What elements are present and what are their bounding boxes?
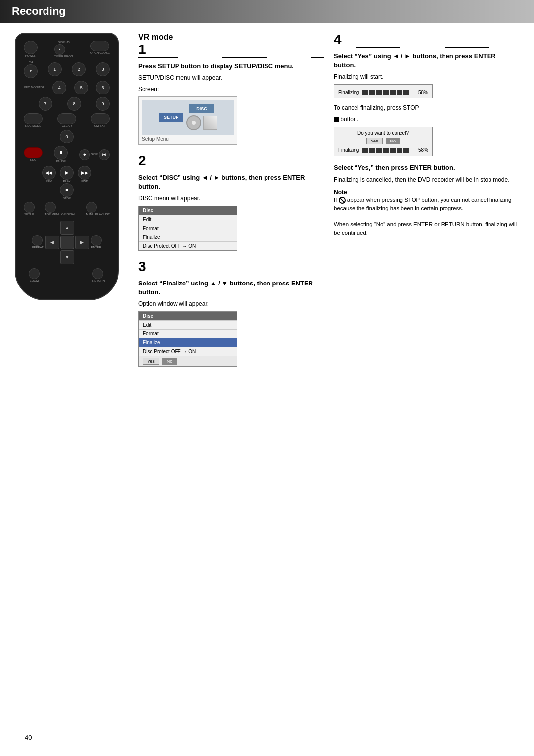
cpb7 [403,148,409,153]
cancel-dialog-text: Do you want to cancel? [338,130,428,136]
zoom-btn[interactable] [29,268,40,279]
btn-9[interactable]: 9 [96,97,110,111]
btn-0[interactable]: 0 [60,130,74,143]
dpad-up[interactable]: ▲ [60,221,74,235]
menu-format: Format [139,224,237,233]
skip-prev-btn[interactable]: ⏮ [79,149,90,160]
menu2-finalize: Finalize [139,338,237,347]
btn-4[interactable]: 4 [52,81,66,94]
cancel-finalizing-label: Finalizing [338,147,359,153]
vr-mode-block: VR mode 1 Press SETUP button to display … [138,33,324,145]
ch-label: CH [24,61,38,64]
enter-btn[interactable] [91,235,102,246]
step1-title: Press SETUP button to display SETUP/DISC… [138,62,324,71]
pb5 [390,90,396,95]
menu-edit: Edit [139,215,237,224]
pb4 [383,90,389,95]
step2-divider [138,169,324,169]
note-line2: When selecting “No” and press ENTER or R… [334,220,519,237]
progress-bar [362,90,415,95]
step2-block: 2 Select “DISC” using ◄ / ► buttons, the… [138,154,324,250]
btn-5[interactable]: 5 [74,81,88,94]
dpad-down[interactable]: ▼ [60,250,74,264]
btn-6[interactable]: 6 [96,81,110,94]
cm-skip-label: CM SKIP [91,124,110,128]
dialog-yes-btn[interactable]: Yes [143,358,159,365]
cancel-btn-text: button. [340,116,358,123]
cm-skip-btn[interactable] [91,113,110,124]
page-header: Recording [0,0,534,23]
remote-section: POWER DISPLAY ▲ TIMER PROG. OPEN/CLOSE C… [15,33,129,376]
step3-title: Select “Finalize” using ▲ / ▼ buttons, t… [138,279,324,297]
setup-menu-btn-mock: SETUP [159,113,183,122]
enter-label: ENTER [91,246,102,249]
open-close-btn[interactable] [90,41,109,51]
disc-btn-mock: DISC [189,104,214,113]
step2-desc: DISC menu will appear. [138,194,324,203]
step3-num: 3 [138,260,324,274]
fwd-btn[interactable]: ▶▶ [78,166,91,180]
rec-btn[interactable] [24,147,43,158]
dpad-left[interactable]: ◀ [45,236,59,249]
dpad-right[interactable]: ▶ [75,236,89,249]
instructions: VR mode 1 Press SETUP button to display … [138,33,519,376]
finalizing-label: Finalizing [338,90,359,95]
note-line1: If appear when pressing STOP button, you… [334,196,519,213]
rec-mode-btn[interactable] [24,113,43,124]
cpb2 [369,148,375,153]
cpb1 [362,148,368,153]
display-btn[interactable]: ▲ [54,44,65,55]
display-label: DISPLAY [54,41,74,44]
vr-mode-title: VR mode [138,33,324,42]
setup-screen-label: Setup Menu [142,136,234,142]
dialog-no-btn[interactable]: No [162,358,177,365]
menu2-format: Format [139,330,237,338]
row-0: 0 [24,130,110,143]
top-menu-btn[interactable] [45,202,56,213]
page-title: Recording [12,5,522,18]
remote-top-row: POWER DISPLAY ▲ TIMER PROG. OPEN/CLOSE [24,41,110,58]
btn-2[interactable]: 2 [72,62,86,76]
setup-screen-img: SETUP DISC [138,96,237,145]
menu-play-list-btn[interactable] [86,202,97,213]
select-yes-title: Select “Yes,” then press ENTER button. [334,163,519,172]
note-block: Note If appear when pressing STOP button… [334,189,519,237]
step3-desc: Option window will appear. [138,299,324,308]
cancel-yes-btn[interactable]: Yes [366,138,383,144]
power-btn[interactable] [24,41,38,54]
stop-btn[interactable]: ■ [60,183,74,197]
cancel-desc: To cancel finalizing, press STOP [334,103,519,112]
cancel-no-btn[interactable]: No [386,138,400,144]
cpb6 [397,148,402,153]
rec-label: REC [24,158,43,162]
btn-1[interactable]: 1 [48,62,62,76]
step4-block: 4 Select “Yes” using ◄ / ► buttons, then… [334,33,519,237]
btn-3[interactable]: 3 [96,62,110,76]
return-btn[interactable] [92,268,103,279]
clear-btn[interactable] [57,113,76,124]
dpad-ok[interactable] [60,236,74,249]
cancel-dialog-btns: Yes No [338,138,428,144]
row-ch-123: CH ▼ 1 2 3 [24,61,110,78]
ch-btn[interactable]: ▼ [24,64,38,78]
row-setup-menu: SETUP TOP MENU ORIGINAL MENU PLAY LIST [24,202,110,216]
btn-7[interactable]: 7 [39,97,52,111]
dpad: ▲ ◀ ▶ ▼ [45,221,89,264]
skip-next-btn[interactable]: ⏭ [99,149,110,160]
play-stop-row: ◀◀ REV ▶ PLAY ■ STOP ▶▶ FWD [24,166,110,200]
setup-btn[interactable] [24,202,35,213]
pause-btn[interactable]: ⏸ [54,146,68,160]
menu-disc: Disc [139,206,237,215]
btn-8[interactable]: 8 [67,97,81,111]
select-yes-desc: Finalizing is cancelled, then the DVD re… [334,175,519,184]
setup-screen: SETUP DISC [142,100,234,135]
play-btn[interactable]: ▶ [60,166,74,180]
cpb3 [376,148,382,153]
progress-row: Finalizing 58% [338,90,428,95]
top-menu-label: TOP MENU ORIGINAL [45,213,76,216]
repeat-btn[interactable] [32,235,43,246]
menu-dialog-btns: Yes No [139,356,237,366]
open-close-label: OPEN/CLOSE [90,51,110,55]
step1-divider [138,57,324,58]
rev-btn[interactable]: ◀◀ [42,166,56,180]
